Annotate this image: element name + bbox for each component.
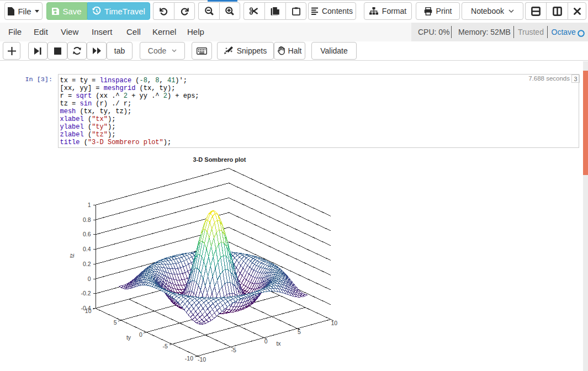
- svg-text:0: 0: [88, 275, 91, 282]
- svg-text:-10: -10: [198, 356, 206, 363]
- svg-text:-5: -5: [231, 347, 236, 353]
- svg-text:-5: -5: [163, 343, 168, 349]
- svg-text:-10: -10: [185, 355, 193, 362]
- svg-text:0: 0: [139, 331, 142, 338]
- svg-text:ty: ty: [126, 334, 131, 341]
- svg-text:0.2: 0.2: [83, 261, 91, 267]
- svg-text:5: 5: [114, 319, 117, 326]
- svg-text:1: 1: [88, 202, 91, 208]
- svg-text:0: 0: [264, 338, 268, 344]
- svg-text:0.4: 0.4: [83, 246, 91, 252]
- svg-text:-0.4: -0.4: [81, 305, 91, 311]
- svg-text:10: 10: [331, 320, 338, 326]
- svg-text:0.6: 0.6: [83, 231, 91, 237]
- svg-text:0.8: 0.8: [83, 216, 91, 223]
- svg-text:5: 5: [298, 328, 301, 335]
- svg-text:3-D Sombrero plot: 3-D Sombrero plot: [193, 156, 246, 163]
- svg-text:tz: tz: [68, 253, 75, 258]
- svg-text:-0.2: -0.2: [81, 290, 91, 296]
- svg-text:tx: tx: [276, 340, 281, 347]
